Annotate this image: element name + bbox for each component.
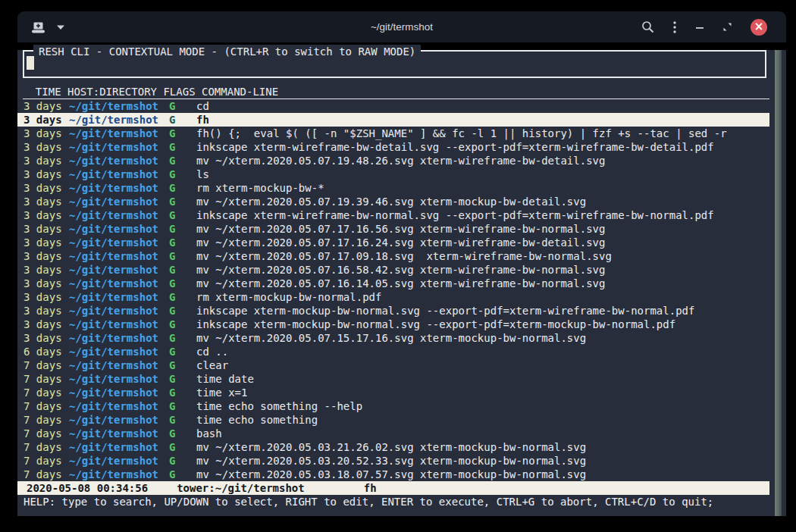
close-button[interactable]: ×: [751, 19, 767, 36]
row-flag: G: [169, 140, 177, 154]
restore-button[interactable]: [722, 22, 732, 32]
kebab-menu-icon: [672, 20, 677, 34]
menu-button[interactable]: [672, 20, 677, 34]
row-cmd: bash: [196, 427, 769, 440]
status-command: fh: [364, 481, 377, 495]
row-time: 7 days: [24, 372, 63, 386]
history-row[interactable]: 7 days~/git/termshotGclear: [17, 358, 769, 372]
history-row[interactable]: 3 days~/git/termshotGinkscape xterm-wire…: [17, 140, 769, 154]
row-cmd: time echo something --help: [196, 399, 769, 413]
history-row[interactable]: 3 days~/git/termshotGinkscape xterm-mock…: [17, 304, 769, 318]
help-line: HELP: type to search, UP/DOWN to select,…: [17, 495, 786, 509]
row-time: 7 days: [24, 454, 63, 468]
row-cmd: mv ~/xterm.2020.05.07.19.39.46.svg xterm…: [196, 195, 769, 208]
row-time: 3 days: [24, 304, 63, 318]
history-row[interactable]: 3 days~/git/termshotGmv ~/xterm.2020.05.…: [17, 277, 769, 290]
row-cmd: time date: [196, 372, 769, 386]
history-row[interactable]: 7 days~/git/termshotGmv ~/xterm.2020.05.…: [17, 454, 769, 468]
row-host: ~/git/termshot: [69, 399, 158, 413]
resh-search-box[interactable]: RESH CLI - CONTEXTUAL MODE - (CTRL+R to …: [23, 50, 766, 78]
history-row[interactable]: 3 days~/git/termshotGcd: [17, 99, 769, 113]
titlebar[interactable]: ~/git/termshot: [17, 11, 786, 42]
history-row[interactable]: 3 days~/git/termshotGmv ~/xterm.2020.05.…: [17, 195, 769, 208]
row-time: 3 days: [24, 208, 63, 222]
desktop-background: ~/git/termshot: [0, 0, 796, 532]
row-cmd: mv ~/xterm.2020.05.03.21.26.02.svg xterm…: [196, 440, 769, 454]
history-row[interactable]: 3 days~/git/termshotGinkscape xterm-mock…: [17, 318, 769, 331]
history-row[interactable]: 3 days~/git/termshotGmv ~/xterm.2020.05.…: [17, 154, 769, 167]
history-row[interactable]: 7 days~/git/termshotGbash: [17, 427, 769, 440]
history-row[interactable]: 3 days~/git/termshotGmv ~/xterm.2020.05.…: [17, 236, 769, 249]
history-row[interactable]: 7 days~/git/termshotGmv ~/xterm.2020.05.…: [17, 440, 769, 454]
row-cmd: fh: [196, 113, 769, 127]
row-time: 7 days: [24, 440, 63, 454]
row-time: 3 days: [24, 113, 63, 127]
status-host-dir: tower:~/git/termshot: [177, 481, 305, 495]
row-cmd: mv ~/xterm.2020.05.07.15.17.16.svg xterm…: [196, 331, 769, 345]
search-icon: [641, 20, 654, 33]
row-host: ~/git/termshot: [69, 99, 158, 113]
row-host: ~/git/termshot: [69, 140, 158, 154]
tab-dropdown-button[interactable]: [56, 24, 65, 30]
row-flag: G: [169, 399, 177, 413]
row-host: ~/git/termshot: [69, 154, 158, 167]
row-cmd: mv ~/xterm.2020.05.03.18.07.57.svg xterm…: [196, 468, 769, 481]
status-datetime: 2020-05-08 00:34:56: [27, 481, 148, 495]
minimize-button[interactable]: [695, 23, 704, 32]
terminal-screen[interactable]: RESH CLI - CONTEXTUAL MODE - (CTRL+R to …: [17, 50, 786, 516]
row-time: 7 days: [24, 386, 63, 399]
history-row[interactable]: 3 days~/git/termshotGmv ~/xterm.2020.05.…: [17, 263, 769, 277]
history-row[interactable]: 7 days~/git/termshotGtime date: [17, 372, 769, 386]
row-cmd: rm xterm-mockup-bw-normal.pdf: [196, 290, 769, 304]
row-host: ~/git/termshot: [69, 236, 158, 249]
history-row[interactable]: 3 days~/git/termshotGfh() {; eval $( ([ …: [17, 127, 769, 140]
row-host: ~/git/termshot: [69, 427, 158, 440]
row-cmd: cd ..: [196, 345, 769, 358]
history-row[interactable]: 7 days~/git/termshotGmv ~/xterm.2020.05.…: [17, 468, 769, 481]
row-host: ~/git/termshot: [69, 331, 158, 345]
row-time: 3 days: [24, 277, 63, 290]
row-host: ~/git/termshot: [69, 263, 158, 277]
row-time: 3 days: [24, 154, 63, 167]
history-row[interactable]: 7 days~/git/termshotGtime echo something: [17, 413, 769, 427]
scrollbar[interactable]: [775, 50, 782, 516]
history-row[interactable]: 3 days~/git/termshotGrm xterm-mockup-bw-…: [17, 290, 769, 304]
row-flag: G: [169, 127, 177, 140]
row-flag: G: [169, 413, 177, 427]
row-flag: G: [169, 290, 177, 304]
row-cmd: mv ~/xterm.2020.05.07.19.48.26.svg xterm…: [196, 154, 769, 167]
row-flag: G: [169, 331, 177, 345]
row-time: 3 days: [24, 290, 63, 304]
row-cmd: cd: [196, 99, 769, 113]
row-host: ~/git/termshot: [69, 468, 158, 481]
row-flag: G: [169, 208, 177, 222]
row-time: 3 days: [24, 318, 63, 331]
history-row[interactable]: 3 days~/git/termshotGls: [17, 167, 769, 181]
row-flag: G: [169, 386, 177, 399]
row-host: ~/git/termshot: [69, 413, 158, 427]
history-row[interactable]: 3 days~/git/termshotGrm xterm-mockup-bw-…: [17, 181, 769, 195]
row-time: 3 days: [24, 167, 63, 181]
history-row[interactable]: 3 days~/git/termshotGmv ~/xterm.2020.05.…: [17, 249, 769, 263]
history-row[interactable]: 3 days~/git/termshotGmv ~/xterm.2020.05.…: [17, 222, 769, 236]
row-time: 3 days: [24, 263, 63, 277]
row-cmd: fh() {; eval $( ([ -n "$ZSH_NAME" ] && f…: [196, 127, 769, 140]
row-cmd: mv ~/xterm.2020.05.07.16.58.42.svg xterm…: [196, 263, 769, 277]
minimize-icon: [695, 23, 704, 32]
row-host: ~/git/termshot: [69, 181, 158, 195]
new-tab-button[interactable]: [31, 21, 45, 33]
status-bar: 2020-05-08 00:34:56 tower:~/git/termshot…: [17, 481, 769, 495]
terminal-window: ~/git/termshot: [17, 11, 786, 509]
row-host: ~/git/termshot: [69, 222, 158, 236]
row-cmd: inkscape xterm-wireframe-bw-normal.svg -…: [196, 208, 769, 222]
row-time: 7 days: [24, 468, 63, 481]
history-row[interactable]: 7 days~/git/termshotGtime echo something…: [17, 399, 769, 413]
history-row[interactable]: 7 days~/git/termshotGtime x=1: [17, 386, 769, 399]
history-row[interactable]: 3 days~/git/termshotGmv ~/xterm.2020.05.…: [17, 331, 769, 345]
search-button[interactable]: [641, 20, 654, 33]
history-row-selected[interactable]: 3 days~/git/termshotGfh: [17, 113, 769, 127]
history-row[interactable]: 6 days~/git/termshotGcd ..: [17, 345, 769, 358]
history-row[interactable]: 3 days~/git/termshotGinkscape xterm-wire…: [17, 208, 769, 222]
row-cmd: clear: [196, 358, 769, 372]
row-flag: G: [169, 249, 177, 263]
